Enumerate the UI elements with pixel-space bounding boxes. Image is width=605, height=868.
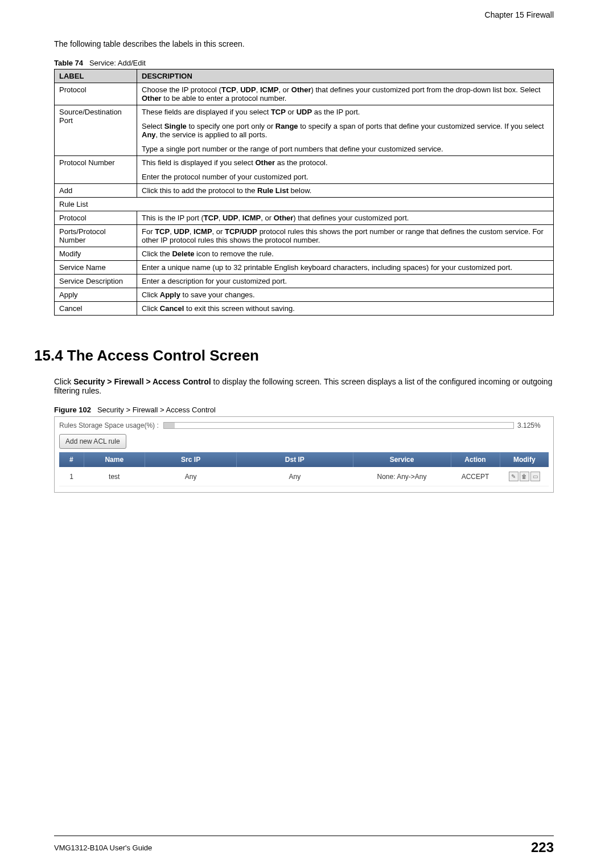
- row-label: Protocol: [55, 83, 137, 105]
- table-row: Protocol Number This field is displayed …: [55, 156, 554, 184]
- edit-icon[interactable]: ✎: [509, 472, 518, 481]
- storage-progress-bar: [163, 422, 514, 429]
- row-label: Cancel: [55, 302, 137, 316]
- storage-usage-row: Rules Storage Space usage(%) : 3.125%: [59, 421, 549, 429]
- row-description: Enter a description for your customized …: [137, 275, 554, 288]
- acl-header-modify: Modify: [500, 452, 549, 467]
- intro-text: The following table describes the labels…: [54, 39, 554, 48]
- table-row: Source/Destination Port These fields are…: [55, 105, 554, 156]
- row-label: Service Description: [55, 275, 137, 288]
- row-label: Modify: [55, 247, 137, 261]
- table-caption-text: Service: Add/Edit: [89, 59, 146, 67]
- table-row: Apply Click Apply to save your changes.: [55, 288, 554, 302]
- row-description: For TCP, UDP, ICMP, or TCP/UDP protocol …: [137, 225, 554, 247]
- table-header-description: DESCRIPTION: [137, 69, 554, 83]
- figure-caption-text: Security > Firewall > Access Control: [97, 406, 216, 414]
- acl-cell-dstip: Any: [237, 467, 353, 486]
- acl-table: # Name Src IP Dst IP Service Action Modi…: [59, 452, 549, 486]
- row-description: Choose the IP protocol (TCP, UDP, ICMP, …: [137, 83, 554, 105]
- acl-cell-modify: ✎ 🗑 ▭: [500, 467, 549, 486]
- row-description: Click Cancel to exit this screen without…: [137, 302, 554, 316]
- footer-page-number: 223: [531, 840, 554, 855]
- acl-cell-srcip: Any: [145, 467, 237, 486]
- table-row: Service Description Enter a description …: [55, 275, 554, 288]
- acl-header-dstip: Dst IP: [237, 452, 353, 467]
- table-row: Service Name Enter a unique name (up to …: [55, 261, 554, 275]
- row-description: Click Apply to save your changes.: [137, 288, 554, 302]
- row-description: Enter a unique name (up to 32 printable …: [137, 261, 554, 275]
- row-description: This field is displayed if you select Ot…: [137, 156, 554, 184]
- row-label: Add: [55, 184, 137, 198]
- table-row: Modify Click the Delete icon to remove t…: [55, 247, 554, 261]
- table-row: Protocol Choose the IP protocol (TCP, UD…: [55, 83, 554, 105]
- row-label: Apply: [55, 288, 137, 302]
- row-label: Protocol: [55, 211, 137, 225]
- table-row: Ports/Protocol Number For TCP, UDP, ICMP…: [55, 225, 554, 247]
- section-text: Click Security > Firewall > Access Contr…: [54, 377, 554, 395]
- acl-cell-num: 1: [59, 467, 84, 486]
- row-label: Protocol Number: [55, 156, 137, 184]
- table-row: Protocol This is the IP port (TCP, UDP, …: [55, 211, 554, 225]
- figure-number: Figure 102: [54, 406, 91, 414]
- table-row: Rule List: [55, 198, 554, 211]
- row-label: Service Name: [55, 261, 137, 275]
- info-icon[interactable]: ▭: [530, 472, 540, 481]
- acl-header-action: Action: [451, 452, 500, 467]
- row-description: These fields are displayed if you select…: [137, 105, 554, 156]
- storage-label: Rules Storage Space usage(%) :: [59, 421, 159, 429]
- row-description: Click this to add the protocol to the Ru…: [137, 184, 554, 198]
- acl-cell-service: None: Any->Any: [353, 467, 451, 486]
- access-control-screenshot: Rules Storage Space usage(%) : 3.125% Ad…: [54, 416, 554, 493]
- footer-guide-title: VMG1312-B10A User's Guide: [54, 844, 152, 852]
- table-row: Add Click this to add the protocol to th…: [55, 184, 554, 198]
- figure-caption: Figure 102 Security > Firewall > Access …: [54, 406, 554, 414]
- table-row: Cancel Click Cancel to exit this screen …: [55, 302, 554, 316]
- row-label: Source/Destination Port: [55, 105, 137, 156]
- delete-icon[interactable]: 🗑: [520, 472, 529, 481]
- acl-row: 1 test Any Any None: Any->Any ACCEPT ✎ 🗑…: [59, 467, 549, 486]
- table-caption: Table 74 Service: Add/Edit: [54, 59, 554, 67]
- acl-header-num: #: [59, 452, 84, 467]
- acl-cell-action: ACCEPT: [451, 467, 500, 486]
- table-header-label: LABEL: [55, 69, 137, 83]
- acl-cell-name: test: [84, 467, 145, 486]
- acl-header-service: Service: [353, 452, 451, 467]
- row-description: This is the IP port (TCP, UDP, ICMP, or …: [137, 211, 554, 225]
- storage-percent: 3.125%: [517, 421, 549, 429]
- acl-header-srcip: Src IP: [145, 452, 237, 467]
- add-acl-rule-button[interactable]: Add new ACL rule: [59, 434, 126, 449]
- row-label: Ports/Protocol Number: [55, 225, 137, 247]
- acl-header-name: Name: [84, 452, 145, 467]
- page-footer: VMG1312-B10A User's Guide 223: [54, 836, 554, 855]
- table-number: Table 74: [54, 59, 83, 67]
- service-add-edit-table: LABEL DESCRIPTION Protocol Choose the IP…: [54, 69, 554, 316]
- chapter-header: Chapter 15 Firewall: [54, 10, 554, 19]
- section-heading: 15.4 The Access Control Screen: [34, 347, 554, 365]
- row-description: Click the Delete icon to remove the rule…: [137, 247, 554, 261]
- storage-bar-fill: [164, 423, 175, 428]
- row-label: Rule List: [55, 198, 554, 211]
